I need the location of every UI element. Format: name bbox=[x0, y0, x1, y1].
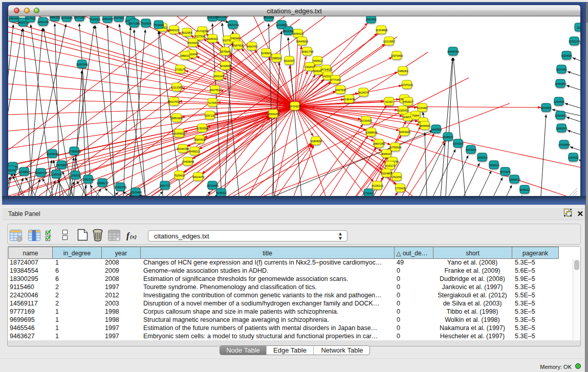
svg-text:9457771: 9457771 bbox=[160, 184, 170, 187]
svg-text:10210643: 10210643 bbox=[554, 114, 567, 117]
svg-text:9777169: 9777169 bbox=[330, 78, 341, 81]
svg-text:252254: 252254 bbox=[392, 176, 401, 179]
svg-text:12323445: 12323445 bbox=[129, 191, 142, 194]
svg-text:75964: 75964 bbox=[412, 114, 420, 117]
svg-text:2935114: 2935114 bbox=[477, 156, 488, 159]
svg-text:9115460: 9115460 bbox=[417, 106, 428, 110]
svg-text:8322037: 8322037 bbox=[284, 59, 295, 62]
svg-text:2718176: 2718176 bbox=[175, 68, 186, 71]
svg-text:8813054: 8813054 bbox=[264, 16, 274, 19]
svg-text:546906: 546906 bbox=[230, 37, 239, 40]
svg-text:16640910: 16640910 bbox=[296, 40, 308, 43]
svg-text:9329906: 9329906 bbox=[561, 54, 572, 57]
svg-text:10688609: 10688609 bbox=[365, 131, 377, 134]
svg-text:1527602: 1527602 bbox=[25, 17, 36, 20]
svg-text:19854985: 19854985 bbox=[170, 117, 183, 120]
svg-text:991541: 991541 bbox=[8, 169, 16, 172]
svg-text:12942737: 12942737 bbox=[35, 171, 47, 174]
svg-text:16154808: 16154808 bbox=[375, 29, 387, 32]
svg-text:10653267: 10653267 bbox=[101, 17, 114, 20]
svg-text:10958177: 10958177 bbox=[96, 182, 108, 185]
svg-text:19975857: 19975857 bbox=[55, 164, 68, 167]
svg-text:7625402: 7625402 bbox=[174, 174, 185, 177]
svg-text:8471676: 8471676 bbox=[500, 170, 511, 173]
svg-text:16543392: 16543392 bbox=[187, 41, 199, 45]
svg-text:18107552: 18107552 bbox=[168, 100, 180, 103]
svg-text:9146821: 9146821 bbox=[261, 52, 272, 55]
svg-text:(x): (x) bbox=[130, 233, 137, 240]
svg-text:18300295: 18300295 bbox=[267, 113, 279, 116]
svg-text:12213383: 12213383 bbox=[170, 86, 183, 89]
svg-text:16671385: 16671385 bbox=[73, 16, 85, 19]
svg-text:5498222: 5498222 bbox=[189, 150, 200, 153]
svg-text:9699695: 9699695 bbox=[420, 124, 430, 127]
svg-text:17359924: 17359924 bbox=[68, 150, 80, 153]
svg-text:9463627: 9463627 bbox=[403, 100, 413, 103]
svg-text:19166825: 19166825 bbox=[173, 132, 185, 135]
svg-text:18724007: 18724007 bbox=[289, 105, 301, 108]
svg-text:9227342: 9227342 bbox=[556, 68, 567, 71]
svg-text:17957253: 17957253 bbox=[82, 178, 94, 181]
svg-text:1244415: 1244415 bbox=[554, 100, 564, 103]
svg-text:7632621: 7632621 bbox=[489, 164, 499, 167]
svg-text:2087682: 2087682 bbox=[366, 18, 377, 21]
svg-text:8587833: 8587833 bbox=[194, 138, 205, 141]
svg-text:18807289: 18807289 bbox=[373, 142, 385, 145]
svg-text:1733426: 1733426 bbox=[363, 192, 374, 195]
svg-text:9660125: 9660125 bbox=[169, 29, 180, 32]
svg-text:10025433: 10025433 bbox=[397, 109, 409, 112]
svg-text:20691406: 20691406 bbox=[37, 20, 49, 24]
svg-text:8912954: 8912954 bbox=[182, 31, 192, 34]
svg-text:19654923: 19654923 bbox=[398, 130, 410, 134]
svg-text:16914479: 16914479 bbox=[192, 176, 204, 179]
svg-text:989031: 989031 bbox=[181, 54, 190, 57]
svg-text:20206535: 20206535 bbox=[46, 152, 58, 156]
svg-text:7515526: 7515526 bbox=[90, 18, 100, 21]
svg-text:9245012: 9245012 bbox=[519, 188, 530, 191]
svg-text:16671385: 16671385 bbox=[128, 22, 140, 25]
svg-text:1112: 1112 bbox=[577, 26, 580, 29]
svg-text:10973493: 10973493 bbox=[390, 54, 403, 57]
svg-text:7955812: 7955812 bbox=[312, 59, 323, 62]
svg-text:5938923: 5938923 bbox=[443, 136, 453, 139]
svg-text:12093877: 12093877 bbox=[554, 82, 567, 85]
svg-text:2803144: 2803144 bbox=[213, 75, 224, 78]
svg-text:9474444: 9474444 bbox=[466, 148, 476, 151]
svg-text:10654112: 10654112 bbox=[509, 178, 521, 181]
svg-text:8813054: 8813054 bbox=[283, 30, 294, 33]
svg-text:16046788: 16046788 bbox=[177, 147, 189, 150]
svg-text:1733426: 1733426 bbox=[395, 187, 406, 190]
svg-text:1527602: 1527602 bbox=[114, 16, 124, 19]
svg-text:20053346: 20053346 bbox=[76, 63, 88, 66]
svg-text:1588520: 1588520 bbox=[271, 57, 282, 60]
svg-text:8215955: 8215955 bbox=[541, 106, 552, 110]
svg-text:9245012: 9245012 bbox=[216, 191, 227, 194]
svg-text:15720407: 15720407 bbox=[360, 119, 372, 122]
svg-text:14734023: 14734023 bbox=[320, 68, 332, 71]
svg-text:12218506: 12218506 bbox=[275, 24, 288, 27]
svg-text:1145193: 1145193 bbox=[51, 173, 62, 176]
svg-text:62160: 62160 bbox=[385, 100, 394, 103]
svg-text:3684047: 3684047 bbox=[381, 152, 392, 156]
svg-text:19384554: 19384554 bbox=[310, 140, 322, 143]
svg-text:3624574: 3624574 bbox=[358, 91, 369, 94]
svg-text:20756928: 20756928 bbox=[389, 146, 401, 149]
svg-text:21364436: 21364436 bbox=[343, 98, 355, 101]
svg-text:6466160: 6466160 bbox=[50, 16, 60, 19]
svg-text:13572734: 13572734 bbox=[227, 24, 239, 27]
svg-text:15751074: 15751074 bbox=[568, 40, 580, 43]
svg-text:3267130: 3267130 bbox=[205, 114, 215, 117]
svg-text:12156817: 12156817 bbox=[18, 170, 30, 173]
svg-text:8454749: 8454749 bbox=[247, 45, 257, 48]
svg-text:9555419: 9555419 bbox=[293, 32, 303, 35]
svg-text:16782759: 16782759 bbox=[114, 186, 126, 189]
svg-text:7515526: 7515526 bbox=[141, 22, 151, 25]
svg-text:1250513: 1250513 bbox=[70, 174, 81, 177]
svg-text:417006: 417006 bbox=[208, 101, 217, 104]
svg-text:13524851: 13524851 bbox=[380, 172, 393, 175]
svg-text:5875645: 5875645 bbox=[220, 50, 231, 53]
svg-text:9327508: 9327508 bbox=[194, 35, 205, 38]
svg-text:6497508: 6497508 bbox=[335, 89, 346, 92]
svg-text:17010554: 17010554 bbox=[558, 143, 570, 146]
svg-text:12213967: 12213967 bbox=[383, 40, 395, 43]
